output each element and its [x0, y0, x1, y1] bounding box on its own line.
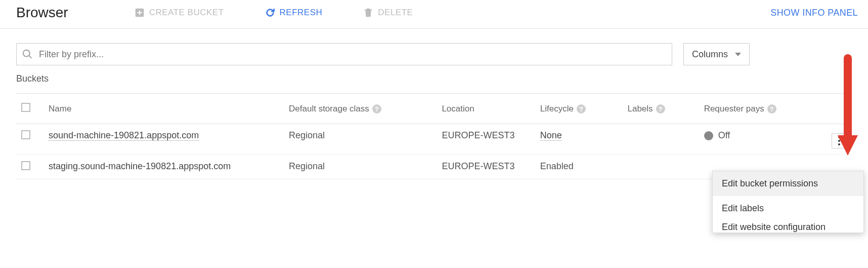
- caret-down-icon: [735, 53, 741, 56]
- delete-button: DELETE: [358, 4, 418, 21]
- show-info-panel-button[interactable]: SHOW INFO PANEL: [770, 8, 858, 18]
- storage-class: Regional: [289, 161, 325, 171]
- col-location[interactable]: Location: [437, 94, 535, 124]
- help-icon[interactable]: ?: [577, 104, 586, 113]
- annotation-arrow-icon: [838, 54, 858, 166]
- col-default-storage[interactable]: Default storage class?: [284, 94, 437, 124]
- main-content: Columns Buckets Name Default storage cla…: [0, 29, 868, 179]
- col-lifecycle[interactable]: Lifecycle?: [535, 94, 623, 124]
- help-icon[interactable]: ?: [372, 104, 381, 113]
- row-checkbox[interactable]: [21, 130, 30, 139]
- refresh-button[interactable]: REFRESH: [259, 4, 328, 21]
- section-label: Buckets: [16, 73, 852, 84]
- select-all-checkbox[interactable]: [21, 103, 30, 112]
- storage-class: Regional: [289, 130, 325, 140]
- row-checkbox[interactable]: [21, 161, 30, 170]
- columns-dropdown[interactable]: Columns: [683, 43, 750, 65]
- status-dot-icon: [704, 131, 713, 140]
- lifecycle-link[interactable]: Enabled: [540, 161, 574, 171]
- menu-edit-labels[interactable]: Edit labels: [713, 196, 863, 221]
- menu-edit-website-cut[interactable]: Edit website configuration: [713, 221, 863, 233]
- table-header-row: Name Default storage class? Location Lif…: [16, 94, 852, 124]
- buckets-table: Name Default storage class? Location Lif…: [16, 93, 852, 179]
- page-title: Browser: [16, 5, 68, 21]
- top-bar: Browser CREATE BUCKET REFRESH DELETE SHO…: [0, 0, 868, 29]
- refresh-icon: [265, 7, 276, 18]
- add-box-icon: [134, 7, 145, 18]
- help-icon[interactable]: ?: [656, 104, 665, 113]
- filter-box[interactable]: [16, 43, 672, 65]
- requester-pays: Off: [718, 130, 730, 140]
- lifecycle-link[interactable]: None: [540, 130, 562, 141]
- table-row: sound-machine-190821.appspot.com Regiona…: [16, 124, 852, 155]
- delete-label: DELETE: [378, 8, 413, 18]
- bucket-link[interactable]: sound-machine-190821.appspot.com: [49, 130, 199, 141]
- trash-icon: [363, 7, 374, 18]
- help-icon[interactable]: ?: [767, 104, 776, 113]
- location: EUROPE-WEST3: [442, 161, 514, 171]
- columns-label: Columns: [692, 49, 728, 60]
- menu-edit-permissions[interactable]: Edit bucket permissions: [713, 171, 863, 196]
- create-bucket-label: CREATE BUCKET: [149, 8, 224, 18]
- refresh-label: REFRESH: [280, 8, 323, 18]
- col-requester-pays[interactable]: Requester pays?: [699, 94, 819, 124]
- bucket-link[interactable]: staging.sound-machine-190821.appspot.com: [49, 161, 231, 171]
- search-icon: [22, 49, 33, 60]
- location: EUROPE-WEST3: [442, 130, 514, 140]
- create-bucket-button: CREATE BUCKET: [129, 4, 229, 21]
- filter-row: Columns: [16, 43, 852, 65]
- row-context-menu: Edit bucket permissions Edit labels Edit…: [712, 171, 864, 233]
- filter-input[interactable]: [38, 49, 667, 60]
- col-labels[interactable]: Labels?: [622, 94, 699, 124]
- col-name[interactable]: Name: [44, 94, 284, 124]
